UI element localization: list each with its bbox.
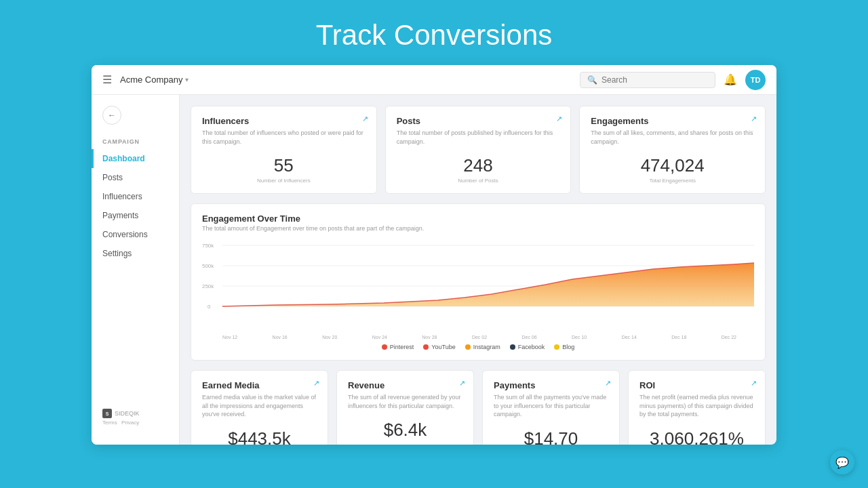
instagram-dot — [465, 344, 471, 350]
engagements-link-icon[interactable]: ↗ — [751, 115, 757, 123]
page-title: Track Conversions — [316, 0, 553, 65]
chevron-down-icon: ▾ — [185, 76, 189, 83]
legend-youtube: YouTube — [423, 344, 455, 350]
posts-value: 248 — [397, 155, 560, 176]
sidebar-back: ← — [92, 106, 179, 133]
x-label-8: Dec 14 — [622, 335, 637, 340]
avatar[interactable]: TD — [745, 70, 766, 90]
sidebar-item-dashboard[interactable]: Dashboard — [92, 149, 179, 168]
youtube-dot — [423, 344, 429, 350]
payments-title: Payments — [494, 380, 608, 390]
hamburger-icon[interactable]: ☰ — [102, 73, 112, 86]
revenue-desc: The sum of all revenue generated by your… — [348, 393, 462, 410]
chat-bubble-button[interactable]: 💬 — [830, 450, 854, 474]
earned-media-card: ↗ Earned Media Earned media value is the… — [191, 370, 328, 445]
roi-value: 3,060,261% — [639, 428, 754, 445]
bottom-cards-row: ↗ Earned Media Earned media value is the… — [191, 370, 766, 445]
privacy-link[interactable]: Privacy — [121, 420, 139, 426]
payments-link-icon[interactable]: ↗ — [605, 379, 611, 388]
x-label-1: Nov 16 — [273, 335, 288, 340]
x-label-7: Dec 10 — [572, 335, 587, 340]
revenue-link-icon[interactable]: ↗ — [459, 379, 465, 388]
nav-actions: 🔔 TD — [724, 70, 766, 90]
posts-card-desc: The total number of posts published by i… — [397, 129, 560, 146]
company-selector[interactable]: Acme Company ▾ — [120, 75, 189, 85]
stat-cards-row: ↗ Influencers The total number of influe… — [191, 106, 766, 194]
influencers-card-title: Influencers — [202, 116, 366, 126]
search-icon: 🔍 — [587, 75, 597, 85]
youtube-label: YouTube — [431, 344, 455, 350]
influencers-link-icon[interactable]: ↗ — [362, 115, 368, 123]
posts-card-title: Posts — [397, 116, 560, 126]
search-input[interactable] — [601, 75, 708, 85]
chart-desc: The total amount of Engagement over time… — [202, 225, 754, 232]
sidebar-item-conversions[interactable]: Conversions — [92, 225, 179, 244]
main-content: ↗ Influencers The total number of influe… — [180, 95, 776, 445]
engagements-value: 474,024 — [591, 155, 754, 176]
x-label-2: Nov 20 — [322, 335, 337, 340]
revenue-card: ↗ Revenue The sum of all revenue generat… — [336, 370, 474, 445]
x-label-5: Dec 02 — [472, 335, 487, 340]
engagement-chart-card: Engagement Over Time The total amount of… — [191, 203, 766, 361]
payments-value: $14.70 — [494, 428, 608, 445]
chart-legend: Pinterest YouTube Instagram Facebook — [202, 344, 754, 350]
posts-card: ↗ Posts The total number of posts publis… — [385, 106, 572, 194]
influencers-label: Number of Influencers — [202, 178, 366, 184]
x-label-6: Dec 06 — [521, 335, 536, 340]
revenue-value: $6.4k — [348, 420, 462, 441]
svg-text:250k: 250k — [202, 283, 214, 289]
engagements-card-title: Engagements — [591, 116, 754, 126]
sidebar-item-influencers[interactable]: Influencers — [92, 187, 179, 206]
engagements-label: Total Engagements — [591, 178, 754, 184]
sidebar: ← CAMPAIGN Dashboard Posts Influencers P… — [92, 95, 180, 445]
facebook-label: Facebook — [518, 344, 545, 350]
svg-text:750k: 750k — [202, 243, 214, 249]
influencers-value: 55 — [202, 155, 366, 176]
terms-link[interactable]: Terms — [102, 420, 117, 426]
legend-pinterest: Pinterest — [382, 344, 414, 350]
x-label-4: Nov 28 — [422, 335, 437, 340]
roi-title: ROI — [639, 380, 754, 390]
roi-card: ↗ ROI The net profit (earned media plus … — [628, 370, 766, 445]
posts-label: Number of Posts — [397, 178, 560, 184]
sidebar-section-label: CAMPAIGN — [92, 133, 179, 149]
svg-text:0: 0 — [208, 304, 211, 310]
engagements-card: ↗ Engagements The sum of all likes, comm… — [579, 106, 766, 194]
bell-icon[interactable]: 🔔 — [724, 73, 737, 86]
main-layout: ← CAMPAIGN Dashboard Posts Influencers P… — [92, 95, 776, 445]
app-container: ☰ Acme Company ▾ 🔍 🔔 TD ← CAMPAIGN Dashb… — [92, 65, 776, 445]
sidebar-item-settings[interactable]: Settings — [92, 244, 179, 263]
pinterest-label: Pinterest — [390, 344, 414, 350]
posts-link-icon[interactable]: ↗ — [556, 115, 562, 123]
roi-desc: The net profit (earned media plus revenu… — [639, 393, 754, 419]
earned-media-title: Earned Media — [202, 380, 317, 390]
footer-links: Terms Privacy — [102, 420, 168, 426]
facebook-dot — [510, 344, 515, 350]
earned-media-value: $443.5k — [202, 428, 317, 445]
x-label-10: Dec 22 — [722, 335, 736, 340]
blog-label: Blog — [562, 344, 574, 350]
sideqik-logo: S SIDEQIK — [102, 409, 168, 418]
legend-instagram: Instagram — [465, 344, 500, 350]
svg-text:500k: 500k — [202, 263, 214, 269]
chart-area: 750k 500k 250k 0 — [202, 239, 754, 333]
pinterest-dot — [382, 344, 387, 350]
blog-dot — [554, 344, 559, 350]
sidebar-footer: S SIDEQIK Terms Privacy — [92, 401, 179, 434]
payments-desc: The sum of all the payments you've made … — [494, 393, 608, 419]
payments-card: ↗ Payments The sum of all the payments y… — [482, 370, 620, 445]
x-label-3: Nov 24 — [372, 335, 387, 340]
earned-media-link-icon[interactable]: ↗ — [313, 379, 319, 388]
legend-blog: Blog — [554, 344, 574, 350]
roi-link-icon[interactable]: ↗ — [751, 379, 757, 388]
chart-x-labels: Nov 12 Nov 16 Nov 20 Nov 24 Nov 28 Dec 0… — [202, 333, 754, 340]
chart-svg: 750k 500k 250k 0 — [202, 239, 754, 320]
x-label-9: Dec 18 — [671, 335, 686, 340]
sidebar-item-payments[interactable]: Payments — [92, 206, 179, 225]
back-button[interactable]: ← — [102, 106, 121, 125]
legend-facebook: Facebook — [510, 344, 545, 350]
sidebar-item-posts[interactable]: Posts — [92, 168, 179, 187]
chart-title: Engagement Over Time — [202, 214, 754, 224]
svg-marker-8 — [222, 263, 754, 306]
earned-media-desc: Earned media value is the market value o… — [202, 393, 317, 419]
